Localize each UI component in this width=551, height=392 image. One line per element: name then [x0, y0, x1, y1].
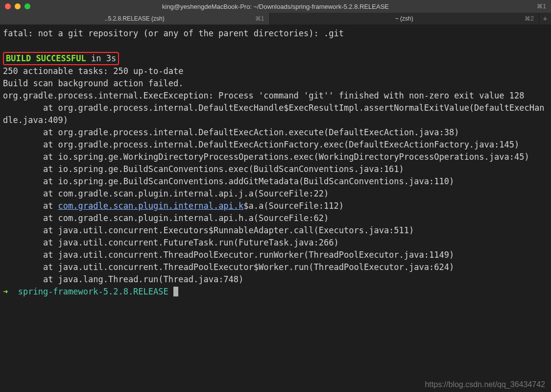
stack-line: java.util.concurrent.ThreadPoolExecutor$…	[3, 262, 454, 272]
line-fatal: fatal: not a git repository (or any of t…	[3, 28, 344, 38]
close-window-button[interactable]	[5, 3, 11, 9]
stack-line: org.gradle.process.internal.DefaultExecH…	[3, 103, 544, 125]
tab-right-shortcut: ⌘2	[525, 15, 534, 22]
stack-line: java.util.concurrent.ThreadPoolExecutor.…	[3, 250, 454, 260]
title-bar: king@yeshengdeMacBook-Pro: ~/Downloads/s…	[0, 0, 551, 13]
watermark: https://blog.csdn.net/qq_36434742	[425, 380, 545, 389]
cursor	[173, 287, 178, 296]
tab-right-label: ~ (zsh)	[395, 15, 413, 22]
terminal-output[interactable]: fatal: not a git repository (or any of t…	[0, 24, 551, 301]
maximize-window-button[interactable]	[24, 3, 30, 9]
add-tab-button[interactable]: +	[539, 13, 551, 24]
scan-failed-line: Build scan background action failed.	[3, 78, 183, 88]
stack-line: io.spring.ge.WorkingDirectoryProcessOper…	[3, 152, 529, 162]
stack-link[interactable]: com.gradle.scan.plugin.internal.api.k	[58, 201, 244, 211]
build-success-text: BUILD SUCCESSFUL	[6, 53, 86, 63]
minimize-window-button[interactable]	[15, 3, 21, 9]
tab-right[interactable]: ~ (zsh) ⌘2	[270, 13, 540, 24]
stack-line: java.util.concurrent.Executors$RunnableA…	[3, 225, 414, 235]
prompt-arrow: ➜	[3, 287, 18, 296]
stack-line: java.util.concurrent.FutureTask.run(Futu…	[3, 238, 339, 247]
tasks-line: 250 actionable tasks: 250 up-to-date	[3, 66, 183, 76]
tab-left[interactable]: ..5.2.8.RELEASE (zsh) ⌘1	[0, 13, 270, 24]
traffic-lights	[5, 3, 30, 9]
build-success-highlight: BUILD SUCCESSFUL in 3s	[3, 52, 119, 65]
stack-link-line: at com.gradle.scan.plugin.internal.api.k…	[3, 201, 344, 211]
tab-left-shortcut: ⌘1	[255, 15, 264, 22]
prompt-path: spring-framework-5.2.8.RELEASE	[18, 287, 173, 296]
stack-link-suffix: $a.a(SourceFile:112)	[243, 201, 344, 211]
tab-bar: ..5.2.8.RELEASE (zsh) ⌘1 ~ (zsh) ⌘2 +	[0, 13, 551, 24]
window-title: king@yeshengdeMacBook-Pro: ~/Downloads/s…	[0, 3, 551, 10]
stack-line: io.spring.ge.BuildScanConventions.exec(B…	[3, 164, 404, 174]
tab-left-label: ..5.2.8.RELEASE (zsh)	[105, 15, 165, 22]
stack-line: org.gradle.process.internal.DefaultExecA…	[3, 140, 519, 149]
stack-line: java.lang.Thread.run(Thread.java:748)	[3, 274, 243, 284]
stack-line: org.gradle.process.internal.DefaultExecA…	[3, 127, 459, 137]
window-shortcut-hint: ⌘1	[537, 3, 546, 10]
exec-exception-line: org.gradle.process.internal.ExecExceptio…	[3, 91, 524, 100]
stack-line: com.gradle.scan.plugin.internal.api.h.a(…	[3, 213, 329, 223]
stack-line: io.spring.ge.BuildScanConventions.addGit…	[3, 176, 454, 186]
build-success-suffix: in 3s	[86, 53, 116, 63]
stack-line: com.gradle.scan.plugin.internal.api.j.a(…	[3, 189, 329, 198]
